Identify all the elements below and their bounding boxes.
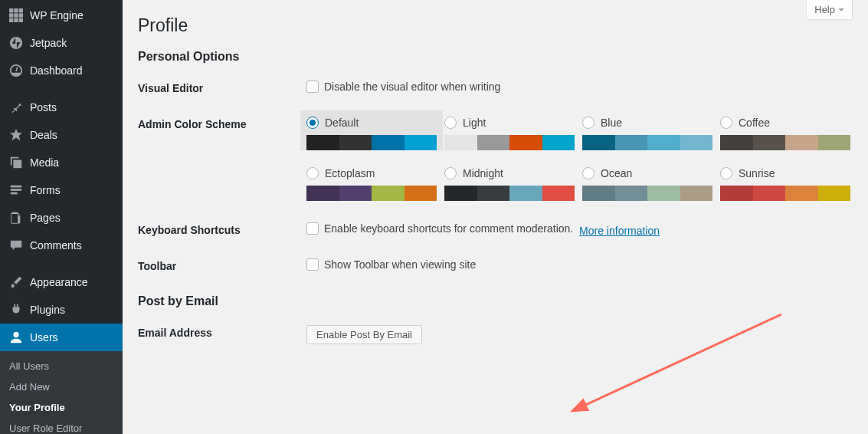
link-more-information[interactable]: More information (579, 225, 660, 237)
submenu-item-add-new[interactable]: Add New (0, 376, 123, 397)
svg-rect-7 (14, 18, 18, 22)
button-enable-post-by-email[interactable]: Enable Post By Email (306, 325, 422, 344)
sidebar-item-appearance[interactable]: Appearance (0, 268, 123, 296)
sidebar-item-pages[interactable]: Pages (0, 204, 123, 232)
label-keyboard-shortcuts: Keyboard Shortcuts (138, 222, 306, 236)
color-swatch (477, 186, 510, 201)
color-scheme-swatches (720, 135, 850, 150)
sidebar-item-label: Comments (30, 239, 82, 252)
svg-rect-4 (14, 13, 18, 17)
color-swatch (753, 186, 786, 201)
color-scheme-radio[interactable] (306, 167, 319, 179)
checkbox-visual-editor-label[interactable]: Disable the visual editor when writing (306, 81, 500, 93)
sidebar-item-posts[interactable]: Posts (0, 94, 123, 121)
row-visual-editor: Visual Editor Disable the visual editor … (138, 81, 853, 95)
color-swatch (582, 186, 615, 201)
svg-rect-3 (9, 13, 13, 17)
plug-icon (8, 302, 24, 317)
page-title: Profile (138, 15, 853, 36)
color-scheme-option[interactable]: Midnight (444, 167, 575, 201)
sidebar-item-label: Media (30, 156, 59, 169)
color-scheme-option[interactable]: Light (444, 117, 575, 150)
checkbox-visual-editor[interactable] (306, 81, 319, 93)
label-visual-editor: Visual Editor (138, 81, 306, 94)
color-swatch (785, 135, 818, 150)
sidebar-item-label: Jetpack (30, 37, 67, 49)
row-color-scheme: Admin Color Scheme DefaultLightBlueCoffe… (138, 117, 853, 201)
color-scheme-radio[interactable] (720, 117, 732, 129)
color-swatch (680, 186, 713, 201)
section-personal-options: Personal Options (138, 50, 853, 64)
sidebar-item-label: Plugins (30, 304, 65, 316)
svg-rect-1 (14, 8, 18, 12)
color-scheme-head: Sunrise (720, 167, 850, 179)
color-swatch (372, 186, 405, 201)
sidebar-item-jetpack[interactable]: Jetpack (0, 29, 123, 57)
svg-rect-6 (9, 18, 13, 22)
sidebar-item-wpengine[interactable]: WP Engine (0, 2, 123, 29)
color-scheme-option[interactable]: Sunrise (720, 167, 850, 201)
color-scheme-head: Midnight (444, 167, 575, 179)
checkbox-toolbar[interactable] (306, 258, 319, 271)
color-scheme-name: Midnight (463, 167, 503, 179)
sidebar-item-plugins[interactable]: Plugins (0, 296, 123, 324)
star-icon (8, 127, 24, 143)
svg-rect-12 (11, 186, 21, 188)
color-scheme-option[interactable]: Blue (582, 117, 712, 150)
color-swatch (542, 135, 575, 150)
checkbox-shortcuts[interactable] (306, 222, 319, 235)
sidebar-item-users[interactable]: Users (0, 324, 123, 351)
color-scheme-swatches (582, 186, 712, 201)
color-swatch (372, 135, 405, 150)
color-scheme-radio[interactable] (306, 117, 319, 129)
color-scheme-swatches (306, 135, 437, 150)
content-area: Help Profile Personal Options Visual Edi… (123, 0, 868, 434)
color-scheme-radio[interactable] (444, 167, 457, 179)
color-scheme-option[interactable]: Ocean (582, 167, 712, 201)
submenu-item-user-role-editor[interactable]: User Role Editor (0, 418, 123, 434)
color-scheme-option[interactable]: Ectoplasm (306, 167, 437, 201)
admin-sidebar: WP Engine Jetpack Dashboard Posts (0, 0, 123, 434)
color-scheme-swatches (720, 186, 850, 201)
svg-point-9 (10, 37, 22, 49)
color-scheme-name: Sunrise (739, 167, 775, 179)
help-label: Help (814, 4, 835, 15)
color-scheme-option[interactable]: Default (300, 110, 443, 150)
color-swatch (405, 186, 437, 201)
color-scheme-radio[interactable] (582, 167, 594, 179)
color-swatch (405, 135, 437, 150)
color-scheme-option[interactable]: Coffee (720, 117, 850, 150)
checkbox-shortcuts-label[interactable]: Enable keyboard shortcuts for comment mo… (306, 222, 573, 235)
color-scheme-radio[interactable] (444, 117, 457, 129)
color-scheme-radio[interactable] (582, 117, 594, 129)
sidebar-item-forms[interactable]: Forms (0, 176, 123, 204)
color-scheme-radio[interactable] (720, 167, 732, 179)
color-swatch (647, 186, 680, 201)
forms-icon (8, 182, 24, 198)
color-swatch (647, 135, 680, 150)
help-tab[interactable]: Help (806, 0, 853, 20)
sidebar-item-comments[interactable]: Comments (0, 232, 123, 259)
brush-icon (8, 275, 24, 290)
sidebar-item-deals[interactable]: Deals (0, 121, 123, 149)
svg-rect-2 (19, 8, 23, 12)
color-swatch (615, 135, 648, 150)
row-keyboard-shortcuts: Keyboard Shortcuts Enable keyboard short… (138, 222, 853, 237)
submenu-item-your-profile[interactable]: Your Profile (0, 397, 123, 418)
annotation-arrow (567, 307, 797, 422)
color-swatch (509, 186, 542, 201)
color-swatch (818, 186, 851, 201)
color-scheme-swatches (306, 186, 437, 201)
chevron-down-icon (838, 8, 844, 15)
submenu-item-all-users[interactable]: All Users (0, 356, 123, 376)
sidebar-item-media[interactable]: Media (0, 149, 123, 176)
color-swatch (339, 186, 372, 201)
label-toolbar: Toolbar (138, 258, 306, 272)
checkbox-toolbar-label[interactable]: Show Toolbar when viewing site (306, 258, 476, 271)
color-swatch (720, 186, 753, 201)
sidebar-item-label: Pages (30, 212, 61, 224)
color-swatch (582, 135, 615, 150)
sidebar-separator (0, 84, 123, 94)
color-scheme-head: Default (306, 117, 437, 129)
sidebar-item-dashboard[interactable]: Dashboard (0, 57, 123, 84)
